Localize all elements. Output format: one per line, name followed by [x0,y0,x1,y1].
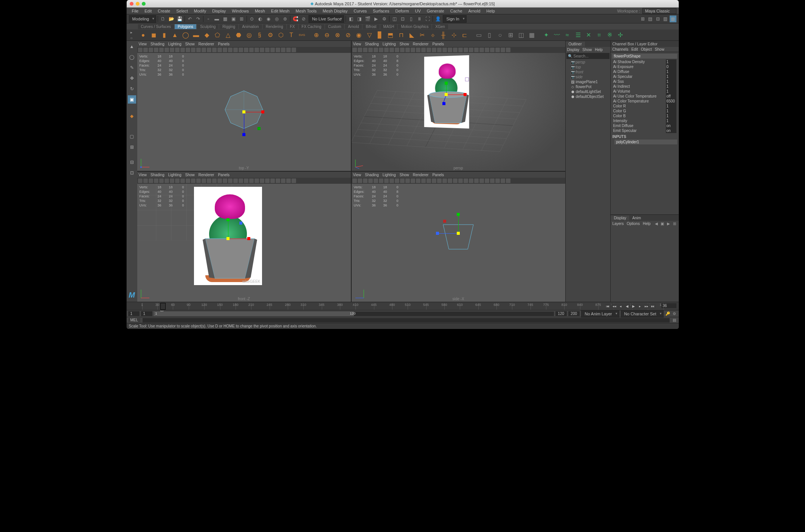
menu-help[interactable]: Help [483,9,498,13]
vp-ic[interactable] [411,178,415,183]
isolate-icon[interactable]: ⊡ [399,16,406,22]
outliner-item[interactable]: ⬢defaultLightSet [566,89,611,94]
viewport-top[interactable]: View Shading Lighting Show Renderer Pane… [137,41,351,171]
move-tool-icon[interactable]: ✥ [128,74,136,82]
vp-ic[interactable] [379,48,383,52]
layers-menu[interactable]: Layers [612,222,624,226]
channel-attr[interactable]: Color G1 [612,109,677,113]
vp-ic[interactable] [363,178,368,183]
vp-ic[interactable] [223,48,227,52]
vp-menu-view[interactable]: View [353,42,361,46]
vp-ic[interactable] [469,48,473,52]
vp-ic[interactable] [384,178,389,183]
scale-y-handle[interactable] [226,218,230,221]
vp-ic[interactable] [170,48,174,52]
detach-icon[interactable]: ⊏ [460,31,469,40]
poly-cone-icon[interactable]: ▲ [171,31,180,40]
outliner-item[interactable]: ◇flowerPot [566,84,611,89]
vp-ic[interactable] [138,178,143,183]
snap-live-icon[interactable]: ⊚ [282,16,288,22]
sel-edge-icon[interactable]: ▬ [213,16,220,22]
vp-menu-panels[interactable]: Panels [218,42,230,46]
vp-ic[interactable] [186,48,190,52]
vp-ic[interactable] [202,48,206,52]
vp-ic[interactable] [233,178,238,183]
snap-curve-icon[interactable]: ◐ [257,16,264,22]
vp-ic[interactable] [437,178,442,183]
vp-menu-show[interactable]: Show [185,173,195,177]
vp-menu-view[interactable]: View [139,42,147,46]
vp-ic[interactable] [217,178,222,183]
channel-attr[interactable]: Ai Use Color Temperatureoff [612,94,677,99]
layout-b-icon[interactable]: ⊡ [128,169,136,177]
vp-ic[interactable] [270,48,275,52]
vp-ic[interactable] [212,178,217,183]
vp-ic[interactable] [374,48,378,52]
vp-ic[interactable] [485,48,489,52]
range-bar[interactable]: 1 120 [154,312,554,316]
vp-ic[interactable] [479,48,484,52]
chbox-object[interactable]: Object [641,47,652,51]
vp-menu-show[interactable]: Show [400,42,409,46]
vp-ic[interactable] [164,48,169,52]
vp-ic[interactable] [175,48,180,52]
menu-edit[interactable]: Edit [141,9,155,13]
vp-ic[interactable] [154,178,158,183]
insert-edge-icon[interactable]: ╫ [439,31,448,40]
sculpt-flatten-icon[interactable]: ⌗ [595,31,604,40]
vp-menu-shading[interactable]: Shading [365,42,379,46]
rotate-tool-icon[interactable]: ↻ [128,85,136,93]
scale-tool-icon[interactable]: ▣ [128,95,136,104]
attr-editor-icon[interactable]: ▤ [647,16,654,22]
chbox-edit[interactable]: Edit [631,47,638,51]
shelf-tab-anim[interactable]: Animation [239,24,262,29]
menu-file[interactable]: File [129,9,142,13]
outliner-tab[interactable]: Outliner [566,42,585,47]
anim-layer-dd[interactable]: No Anim Layer [581,310,619,318]
vp-ic[interactable] [432,178,436,183]
channel-attr[interactable]: Ai Sss1 [612,79,677,84]
vp-menu-panels[interactable]: Panels [432,173,444,177]
ipr-icon[interactable]: ▶ [372,16,379,22]
vp-ic[interactable] [202,178,206,183]
chbox-show[interactable]: Show [655,47,664,51]
vp-ic[interactable] [196,48,201,52]
vp-ic[interactable] [368,48,373,52]
vp-ic[interactable] [358,48,362,52]
shelf-tab-curves[interactable]: Curves / Surfaces [138,24,174,29]
vp-ic[interactable] [159,48,164,52]
vp-menu-show[interactable]: Show [400,173,409,177]
shelf-tab-mash[interactable]: MASH [380,24,397,29]
target-weld-icon[interactable]: ⟐ [428,31,437,40]
vp-ic[interactable] [453,178,458,183]
menu-curves[interactable]: Curves [351,9,370,13]
new-scene-icon[interactable]: 🗋 [160,16,166,22]
play-back-icon[interactable]: ◀ [624,304,630,309]
vp-ic[interactable] [405,48,410,52]
vp-ic[interactable] [191,48,195,52]
vp-ic[interactable] [358,178,362,183]
vp-ic[interactable] [228,178,233,183]
channel-attr[interactable]: Intensity1 [612,118,677,123]
scale-center-handle[interactable] [445,93,448,96]
vp-ic[interactable] [149,48,153,52]
prefs-icon[interactable]: ⚙ [672,311,677,316]
vp-ic[interactable] [260,178,264,183]
channel-attr[interactable]: Emit Specularon [612,128,677,133]
goto-start-icon[interactable]: ⏮ [605,304,611,309]
poly-platonic-icon[interactable]: ⬠ [213,31,222,40]
vp-menu-lighting[interactable]: Lighting [383,173,396,177]
workspace-dropdown[interactable]: Maya Classic [642,8,676,14]
menu-create[interactable]: Create [155,9,173,13]
shelf-tab-fx[interactable]: FX [287,24,298,29]
vp-menu-view[interactable]: View [139,173,147,177]
poly-svg-icon[interactable]: SVG [298,31,307,40]
vp-menu-renderer[interactable]: Renderer [413,173,429,177]
bbox-icon[interactable]: ▯ [408,16,414,22]
channel-attr[interactable]: Ai Diffuse1 [612,69,677,74]
vp-ic[interactable] [490,48,495,52]
history-off-icon[interactable]: ◨ [356,16,363,22]
vp-ic[interactable] [249,178,254,183]
shelf-opt1-icon[interactable]: ▸ [129,29,134,35]
vp-ic[interactable] [395,48,399,52]
